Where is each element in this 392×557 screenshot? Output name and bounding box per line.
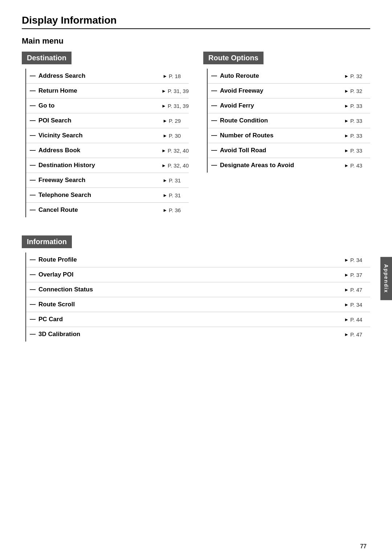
- dash-icon: [30, 304, 36, 305]
- dash-icon: [30, 334, 36, 335]
- arrow-icon: ►: [344, 257, 349, 263]
- dash-icon: [30, 210, 36, 210]
- dash-icon: [30, 259, 36, 260]
- dash-icon: [211, 76, 217, 76]
- dash-icon: [30, 135, 36, 136]
- information-item: Overlay POI ► P. 37: [26, 267, 370, 282]
- destination-item: Go to ► P. 31, 39: [26, 98, 189, 113]
- menu-item-label: Avoid Toll Road: [220, 147, 344, 154]
- arrow-icon: ►: [344, 133, 349, 138]
- information-item: 3D Calibration ► P. 47: [26, 327, 370, 342]
- route-options-item: Designate Areas to Avoid ► P. 43: [208, 158, 370, 173]
- information-item: Route Profile ► P. 34: [26, 253, 370, 267]
- menu-item-label: Designate Areas to Avoid: [220, 162, 344, 169]
- dash-icon: [30, 120, 36, 121]
- dash-icon: [211, 105, 217, 106]
- menu-item-page: P. 18: [169, 73, 189, 79]
- dash-icon: [30, 90, 36, 91]
- menu-item-page: P. 37: [350, 272, 370, 278]
- menu-item-page: P. 30: [169, 133, 189, 139]
- destination-item: Freeway Search ► P. 31: [26, 173, 189, 187]
- menu-item-page: P. 32, 40: [168, 148, 189, 154]
- route-options-item: Auto Reroute ► P. 32: [208, 69, 370, 83]
- menu-item-page: P. 44: [350, 316, 370, 323]
- menu-item-label: Route Condition: [220, 117, 344, 124]
- menu-item-page: P. 47: [350, 287, 370, 293]
- section-title: Main menu: [22, 36, 370, 46]
- route-options-item: Route Condition ► P. 33: [208, 113, 370, 128]
- menu-item-label: PC Card: [38, 316, 344, 323]
- destination-item: POI Search ► P. 29: [26, 113, 189, 128]
- destination-item: Address Search ► P. 18: [26, 69, 189, 83]
- information-item: PC Card ► P. 44: [26, 312, 370, 327]
- arrow-icon: ►: [162, 163, 166, 168]
- menu-item-label: Address Book: [38, 147, 162, 154]
- arrow-icon: ►: [344, 317, 349, 322]
- menu-item-label: Return Home: [38, 87, 162, 94]
- destination-item: Return Home ► P. 31, 39: [26, 83, 189, 98]
- arrow-icon: ►: [344, 332, 349, 337]
- route-options-column: Route Options Auto Reroute ► P. 32 Avoid…: [203, 52, 370, 217]
- route-options-item: Number of Routes ► P. 33: [208, 128, 370, 143]
- destination-item: Destination History ► P. 32, 40: [26, 158, 189, 173]
- menu-item-page: P. 32: [350, 88, 370, 94]
- menu-item-page: P. 36: [169, 207, 189, 213]
- arrow-icon: ►: [344, 88, 349, 94]
- dash-icon: [30, 289, 36, 290]
- menu-item-label: POI Search: [38, 117, 163, 124]
- arrow-icon: ►: [344, 73, 349, 79]
- dash-icon: [30, 76, 36, 76]
- menu-item-label: Connection Status: [38, 286, 344, 293]
- dash-icon: [211, 135, 217, 136]
- menu-item-label: Overlay POI: [38, 271, 344, 278]
- dash-icon: [211, 90, 217, 91]
- arrow-icon: ►: [163, 193, 167, 198]
- menu-item-label: Go to: [38, 102, 162, 109]
- destination-item: Vicinity Search ► P. 30: [26, 128, 189, 143]
- menu-item-page: P. 32: [350, 73, 370, 79]
- dash-icon: [30, 180, 36, 181]
- route-options-item: Avoid Toll Road ► P. 33: [208, 143, 370, 158]
- arrow-icon: ►: [163, 178, 167, 183]
- arrow-icon: ►: [162, 148, 166, 153]
- page-number: 77: [360, 543, 367, 550]
- dash-icon: [211, 120, 217, 121]
- information-section: Information Route Profile ► P. 34 Overla…: [22, 235, 370, 342]
- arrow-icon: ►: [344, 148, 349, 153]
- menu-item-label: Auto Reroute: [220, 72, 344, 80]
- menu-item-page: P. 34: [350, 257, 370, 263]
- arrow-icon: ►: [344, 287, 349, 292]
- destination-item: Address Book ► P. 32, 40: [26, 143, 189, 158]
- arrow-icon: ►: [162, 103, 166, 109]
- arrow-icon: ►: [344, 118, 349, 124]
- information-item: Route Scroll ► P. 34: [26, 297, 370, 312]
- menu-item-page: P. 31, 39: [168, 103, 189, 109]
- menu-item-page: P. 31: [169, 177, 189, 183]
- menu-item-page: P. 31, 39: [168, 88, 189, 94]
- menu-item-label: Telephone Search: [38, 191, 163, 199]
- menu-item-label: Destination History: [38, 162, 162, 169]
- menu-item-label: Route Scroll: [38, 301, 344, 308]
- dash-icon: [30, 274, 36, 275]
- main-menu-columns: Destination Address Search ► P. 18 Retur…: [22, 52, 370, 217]
- menu-item-label: Number of Routes: [220, 132, 344, 139]
- menu-item-page: P. 47: [350, 331, 370, 338]
- route-options-item: Avoid Freeway ► P. 32: [208, 83, 370, 98]
- dash-icon: [30, 105, 36, 106]
- menu-item-label: 3D Calibration: [38, 331, 344, 338]
- arrow-icon: ►: [344, 163, 349, 168]
- arrow-icon: ►: [163, 133, 167, 138]
- menu-item-page: P. 33: [350, 118, 370, 124]
- destination-header: Destination: [22, 52, 72, 64]
- dash-icon: [30, 165, 36, 166]
- destination-item: Cancel Route ► P. 36: [26, 202, 189, 217]
- arrow-icon: ►: [344, 302, 349, 307]
- menu-item-page: P. 43: [350, 162, 370, 169]
- page-title: Display Information: [22, 15, 370, 29]
- menu-item-page: P. 34: [350, 302, 370, 308]
- menu-item-label: Vicinity Search: [38, 132, 163, 139]
- arrow-icon: ►: [163, 207, 167, 213]
- menu-item-page: P. 33: [350, 133, 370, 139]
- arrow-icon: ►: [344, 103, 349, 109]
- menu-item-page: P. 32, 40: [168, 162, 189, 169]
